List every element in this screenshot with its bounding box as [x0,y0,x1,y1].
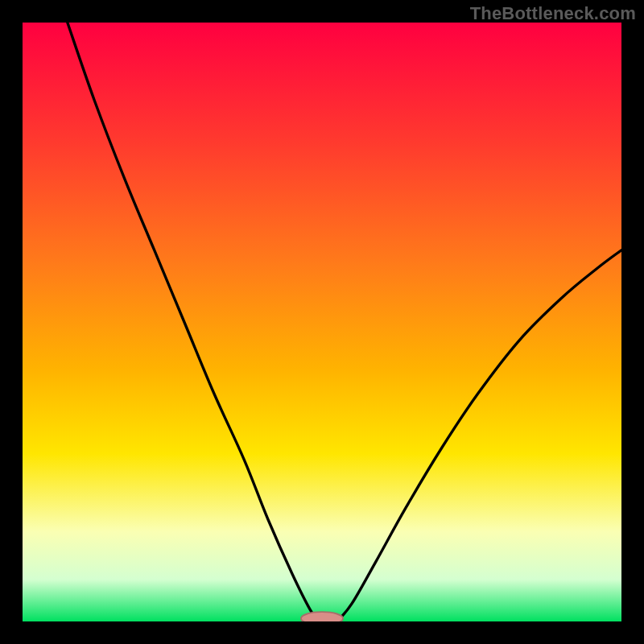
optimum-marker [301,612,343,621]
watermark-text: TheBottleneck.com [470,3,636,24]
plot-area [23,23,621,621]
chart-svg [23,23,621,621]
chart-frame: TheBottleneck.com [0,0,644,644]
gradient-background [23,23,621,621]
